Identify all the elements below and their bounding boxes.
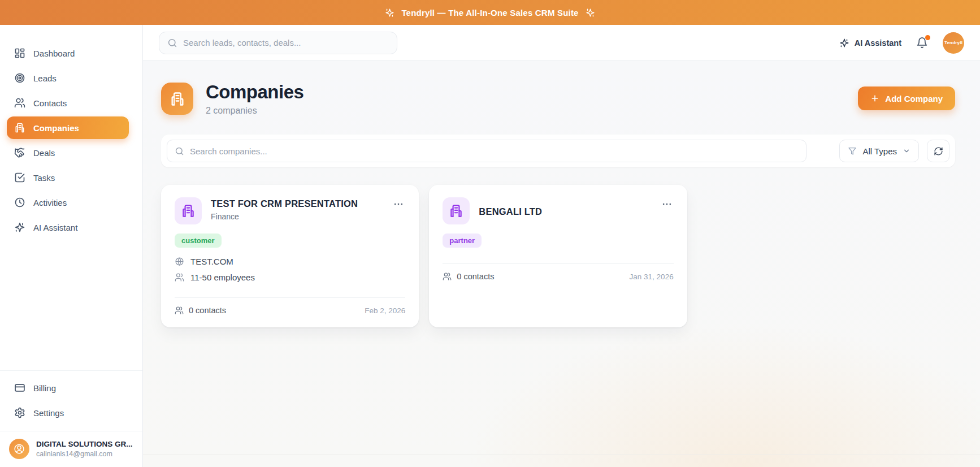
credit-card-icon (14, 382, 25, 394)
company-name: BENGALI LTD (479, 206, 542, 217)
sidebar-item-dashboard[interactable]: Dashboard (7, 42, 129, 64)
sidebar-bottom-nav: Billing Settings (0, 370, 142, 431)
company-contacts-count: 0 contacts (189, 306, 226, 315)
company-menu-button[interactable] (392, 197, 405, 211)
type-filter-value: All Types (862, 146, 897, 156)
company-card-header: TEST FOR CRM PRESENTATION Finance (175, 197, 405, 224)
main-area: AI Assistant Tendryll (143, 25, 980, 467)
sidebar-item-tasks[interactable]: Tasks (7, 166, 129, 189)
sidebar-item-companies[interactable]: Companies (7, 116, 129, 139)
company-card-grid: TEST FOR CRM PRESENTATION Finance custom… (161, 185, 955, 327)
notifications-button[interactable] (916, 37, 928, 49)
company-menu-button[interactable] (660, 197, 674, 211)
search-icon (167, 38, 177, 48)
sidebar-item-label: Activities (33, 198, 67, 207)
sidebar-item-label: Dashboard (33, 49, 75, 58)
sidebar-item-contacts[interactable]: Contacts (7, 92, 129, 114)
company-search-input[interactable] (190, 146, 799, 156)
company-search[interactable] (167, 140, 806, 162)
companies-page: Companies 2 companies Add Company (143, 61, 980, 467)
chevron-down-icon (903, 147, 910, 155)
sparkles-icon (385, 8, 394, 18)
add-company-label: Add Company (885, 94, 943, 103)
sidebar-item-ai-assistant[interactable]: AI Assistant (7, 216, 129, 239)
sidebar-item-label: Leads (33, 73, 57, 83)
company-date: Feb 2, 2026 (365, 306, 405, 315)
ellipsis-icon (661, 198, 673, 210)
company-website-row: TEST.COM (175, 257, 405, 266)
company-card-footer: 0 contacts Feb 2, 2026 (175, 306, 405, 315)
sidebar-item-label: Tasks (33, 173, 55, 183)
card-divider (175, 297, 405, 298)
search-icon (175, 146, 184, 156)
banner-text: Tendryll — The All-In-One Sales CRM Suit… (401, 8, 578, 18)
page-title-block: Companies 2 companies (206, 81, 303, 116)
account-avatar[interactable]: Tendryll (943, 32, 964, 54)
add-company-button[interactable]: Add Company (858, 87, 955, 110)
gear-icon (14, 407, 25, 418)
companies-page-icon (161, 83, 193, 115)
company-card-footer: 0 contacts Jan 31, 2026 (443, 272, 673, 281)
company-card[interactable]: TEST FOR CRM PRESENTATION Finance custom… (161, 185, 419, 327)
user-avatar (9, 439, 29, 459)
plus-icon (870, 94, 879, 103)
users-icon (175, 306, 184, 315)
account-avatar-label: Tendryll (944, 40, 962, 45)
company-title-block: TEST FOR CRM PRESENTATION Finance (211, 197, 358, 221)
company-type-badge: partner (443, 234, 482, 248)
company-industry: Finance (211, 212, 358, 221)
users-icon (14, 97, 25, 109)
users-icon (443, 272, 452, 281)
global-search-input[interactable] (183, 38, 389, 47)
company-type-badge: customer (175, 234, 222, 248)
sidebar-item-settings[interactable]: Settings (7, 401, 129, 424)
filter-panel: All Types (161, 135, 955, 167)
company-icon (175, 197, 202, 224)
company-card[interactable]: BENGALI LTD partner (429, 185, 687, 327)
content-bottom-divider (143, 455, 980, 455)
company-date: Jan 31, 2026 (630, 273, 674, 281)
app-shell: Dashboard Leads Contacts Companies (0, 25, 980, 467)
notification-dot (925, 35, 930, 40)
topbar: AI Assistant Tendryll (143, 25, 980, 61)
sidebar-item-label: Billing (33, 383, 56, 393)
topbar-right: AI Assistant Tendryll (839, 32, 964, 54)
sidebar-item-label: Settings (33, 408, 64, 418)
type-filter-dropdown[interactable]: All Types (839, 140, 919, 162)
ai-assistant-label: AI Assistant (855, 38, 901, 47)
company-contacts-count: 0 contacts (457, 272, 494, 281)
ai-assistant-button[interactable]: AI Assistant (839, 38, 901, 48)
sidebar-item-label: Companies (33, 123, 79, 133)
target-icon (14, 72, 25, 84)
sparkles-icon (839, 38, 849, 48)
sparkles-icon (14, 222, 25, 233)
check-square-icon (14, 172, 25, 183)
sidebar-item-billing[interactable]: Billing (7, 377, 129, 399)
page-header: Companies 2 companies Add Company (161, 81, 955, 116)
funnel-icon (848, 146, 857, 155)
user-profile[interactable]: DIGITAL SOLUTIONS GR... calinianis14@gma… (0, 431, 142, 467)
sidebar-item-label: Contacts (33, 98, 67, 108)
global-search[interactable] (159, 32, 397, 54)
sidebar-item-leads[interactable]: Leads (7, 67, 129, 89)
company-card-header: BENGALI LTD (443, 197, 673, 224)
company-details: TEST.COM 11-50 employees (175, 257, 405, 282)
sidebar-item-label: Deals (33, 148, 55, 158)
company-employees: 11-50 employees (190, 273, 255, 282)
user-name: DIGITAL SOLUTIONS GR... (36, 440, 133, 448)
company-name: TEST FOR CRM PRESENTATION (211, 198, 358, 209)
page-title: Companies (206, 81, 303, 103)
sidebar-item-deals[interactable]: Deals (7, 141, 129, 164)
company-website: TEST.COM (190, 257, 233, 266)
refresh-icon (934, 146, 943, 156)
handshake-icon (14, 147, 25, 158)
sidebar-item-activities[interactable]: Activities (7, 191, 129, 214)
refresh-button[interactable] (927, 140, 949, 162)
sidebar-nav: Dashboard Leads Contacts Companies (0, 25, 142, 239)
user-meta: DIGITAL SOLUTIONS GR... calinianis14@gma… (36, 440, 133, 458)
sidebar: Dashboard Leads Contacts Companies (0, 25, 143, 467)
sparkles-icon (586, 8, 595, 18)
users-icon (175, 273, 184, 282)
globe-icon (175, 257, 184, 266)
card-divider (443, 263, 673, 264)
